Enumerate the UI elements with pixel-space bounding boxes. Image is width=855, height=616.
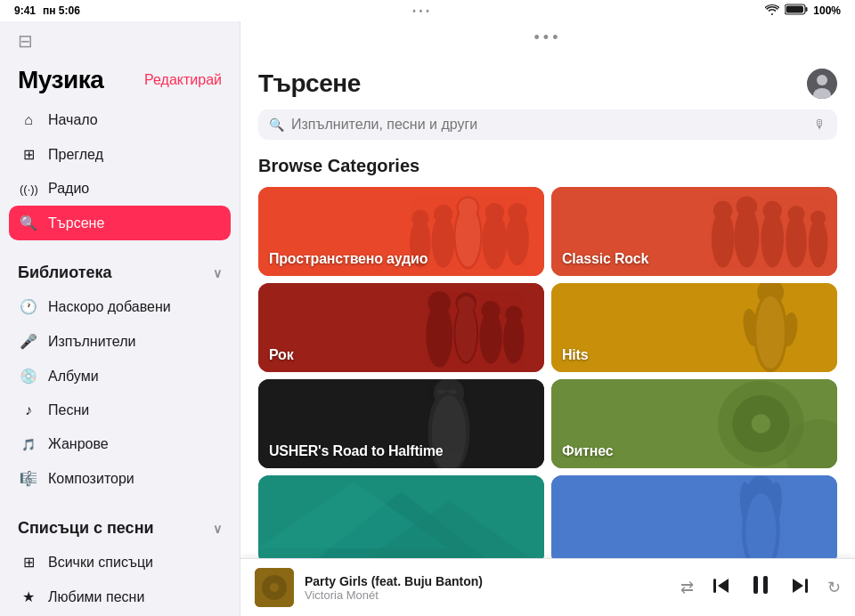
now-playing-bar: Party Girls (feat. Buju Banton) Victoria…	[240, 558, 855, 616]
svg-rect-1	[806, 7, 808, 12]
search-input[interactable]	[291, 117, 807, 133]
genres-icon: 🎵	[20, 438, 37, 451]
svg-point-71	[270, 583, 279, 592]
sidebar-item-favorites[interactable]: ★ Любими песни	[9, 580, 231, 614]
battery-icon	[785, 4, 808, 18]
status-period: пн 5:06	[43, 4, 80, 17]
sidebar-item-composers-label: Композитори	[48, 471, 134, 487]
top-dots: •••	[240, 21, 855, 54]
content-area: Търсене 🔍 🎙 Browse Categories	[240, 54, 855, 558]
svg-marker-77	[793, 579, 803, 593]
svg-point-16	[411, 209, 428, 226]
search-bar[interactable]: 🔍 🎙	[258, 109, 837, 140]
sidebar-title: Музика	[18, 66, 103, 94]
albums-icon: 💿	[20, 368, 37, 385]
home-icon: ⌂	[20, 112, 37, 128]
svg-rect-63	[551, 475, 837, 558]
shuffle-button[interactable]: ⇄	[680, 578, 694, 597]
category-card-bottom-right[interactable]	[551, 475, 837, 558]
sidebar-item-albums[interactable]: 💿 Албуми	[9, 359, 231, 393]
library-chevron-icon[interactable]: ∨	[213, 266, 222, 280]
svg-point-10	[485, 203, 504, 222]
svg-point-38	[505, 305, 522, 322]
sidebar-item-songs[interactable]: ♪ Песни	[9, 393, 231, 427]
now-playing-title: Party Girls (feat. Buju Banton)	[305, 574, 670, 588]
category-card-classic-rock[interactable]: Classic Rock	[551, 187, 837, 276]
playlists-nav: ⊞ Всички списъци ★ Любими песни ＋ Нов сп…	[0, 541, 240, 616]
radio-icon: ((·))	[20, 182, 37, 196]
sidebar-item-home-label: Начало	[48, 112, 98, 128]
sidebar-item-search[interactable]: 🔍 Търсене	[9, 206, 231, 240]
svg-point-4	[817, 75, 827, 85]
main-content: ••• Търсене 🔍 🎙 Browse Categories	[240, 21, 855, 616]
all-playlists-icon: ⊞	[20, 554, 37, 571]
sidebar-edit-button[interactable]: Редактирай	[144, 72, 222, 88]
sidebar-item-home[interactable]: ⌂ Начало	[9, 103, 231, 137]
microphone-icon[interactable]: 🎙	[814, 118, 826, 132]
svg-rect-50	[437, 389, 445, 393]
now-playing-controls: ⇄	[680, 573, 841, 602]
playlists-chevron-icon[interactable]: ∨	[213, 522, 222, 536]
svg-rect-74	[753, 576, 758, 594]
previous-button[interactable]	[712, 576, 731, 600]
sidebar-item-songs-label: Песни	[48, 402, 89, 418]
svg-point-12	[508, 203, 526, 222]
sidebar-item-artists-label: Изпълнители	[48, 334, 135, 350]
sidebar-item-search-label: Търсене	[48, 215, 104, 231]
sidebar-item-genres[interactable]: 🎵 Жанрове	[9, 427, 231, 461]
sidebar-nav: ⌂ Начало ⊞ Преглед ((·)) Радио 🔍 Търсене	[0, 100, 240, 244]
songs-icon: ♪	[20, 402, 37, 418]
sidebar-item-composers[interactable]: 🎼 Композитори	[9, 461, 231, 496]
sidebar-grid-icon: ⊟	[18, 31, 33, 51]
library-header-label: Библиотека	[18, 263, 112, 282]
svg-point-18	[459, 199, 477, 217]
next-button[interactable]	[790, 576, 810, 600]
wifi-icon	[765, 4, 779, 18]
svg-point-25	[763, 201, 782, 220]
sidebar-item-browse-label: Преглед	[48, 147, 103, 163]
category-card-usher[interactable]: USHER's Road to Halftime	[258, 379, 544, 468]
play-pause-button[interactable]	[749, 573, 772, 602]
avatar[interactable]	[807, 69, 837, 99]
content-header: Търсене	[258, 69, 837, 99]
sidebar-item-artists[interactable]: 🎤 Изпълнители	[9, 324, 231, 359]
sidebar: ⊟ Музика Редактирай ⌂ Начало ⊞ Преглед (…	[0, 21, 240, 616]
svg-rect-51	[449, 389, 457, 393]
status-bar: 9:41 пн 5:06 ••• 100%	[0, 0, 855, 21]
search-bar-icon: 🔍	[269, 118, 284, 132]
page-title: Търсене	[258, 69, 361, 98]
playlists-section-header: Списъци с песни ∨	[0, 507, 240, 541]
category-card-rock[interactable]: Рок	[258, 283, 544, 372]
browse-icon: ⊞	[20, 146, 37, 163]
category-card-spatial[interactable]: Пространствено аудио	[258, 187, 544, 276]
sidebar-item-genres-label: Жанрове	[48, 436, 109, 452]
status-time: 9:41	[14, 4, 36, 17]
svg-point-46	[756, 296, 785, 369]
sidebar-item-radio-label: Радио	[48, 181, 89, 197]
now-playing-thumbnail[interactable]	[255, 568, 294, 607]
sidebar-top-icon-area: ⊟	[0, 21, 240, 55]
svg-point-40	[458, 296, 475, 313]
svg-point-39	[455, 304, 476, 361]
sidebar-item-all-playlists-label: Всички списъци	[48, 555, 153, 571]
svg-point-32	[428, 291, 451, 314]
svg-marker-73	[718, 579, 729, 593]
category-card-bottom-left[interactable]	[258, 475, 544, 558]
svg-point-27	[787, 206, 804, 223]
sidebar-item-all-playlists[interactable]: ⊞ Всички списъци	[9, 545, 231, 580]
sidebar-item-browse[interactable]: ⊞ Преглед	[9, 137, 231, 172]
status-dots: •••	[412, 6, 433, 16]
status-left: 9:41 пн 5:06	[14, 4, 80, 17]
now-playing-info: Party Girls (feat. Buju Banton) Victoria…	[305, 574, 670, 602]
repeat-button[interactable]: ↻	[827, 578, 841, 597]
svg-rect-2	[786, 6, 804, 13]
category-card-fitness[interactable]: Фитнес	[551, 379, 837, 468]
category-card-hits[interactable]: Hits	[551, 283, 837, 372]
battery-percent: 100%	[813, 4, 841, 17]
now-playing-artist: Victoria Monét	[305, 588, 670, 602]
library-section-header: Библиотека ∨	[0, 251, 240, 286]
sidebar-item-favorites-label: Любими песни	[48, 589, 144, 605]
library-nav: 🕐 Наскоро добавени 🎤 Изпълнители 💿 Албум…	[0, 286, 240, 499]
sidebar-item-radio[interactable]: ((·)) Радио	[9, 172, 231, 206]
sidebar-item-recently-added[interactable]: 🕐 Наскоро добавени	[9, 289, 231, 324]
